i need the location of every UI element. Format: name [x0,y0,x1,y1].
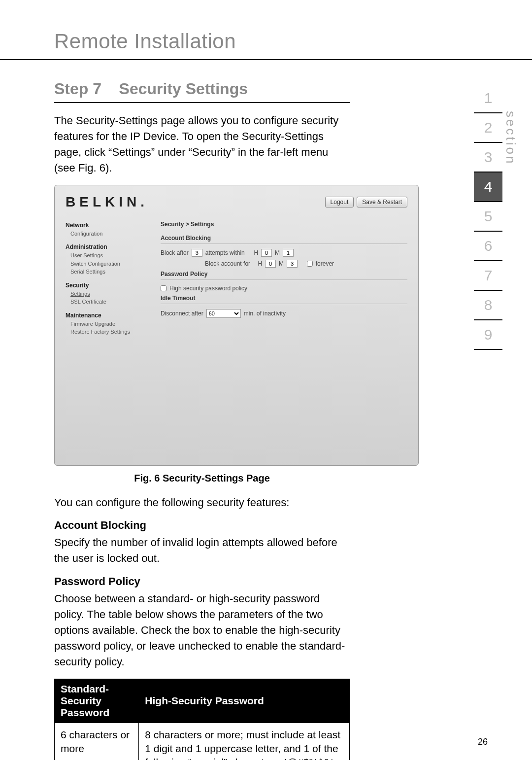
section-item-3[interactable]: 3 [474,143,502,173]
step-title: Security Settings [119,80,248,98]
high-security-checkbox[interactable] [161,285,166,291]
sidebar-item-settings[interactable]: Settings [66,290,147,298]
belkin-logo: BELKIN. [66,194,148,210]
forever-checkbox[interactable] [307,261,313,267]
save-restart-button[interactable]: Save & Restart [357,197,407,207]
sidebar-item-configuration[interactable]: Configuration [66,230,147,238]
block-after-input[interactable] [192,249,202,257]
block-after-label: Block after [161,249,189,256]
section-item-6[interactable]: 6 [474,232,502,261]
section-item-7[interactable]: 7 [474,261,502,291]
section-item-2[interactable]: 2 [474,113,502,143]
high-security-label: High security password policy [169,285,247,292]
sidebar-item-restore[interactable]: Restore Factory Settings [66,328,147,336]
section-label: section [503,111,518,165]
h2-input[interactable] [265,260,276,268]
cell-high-1: 8 characters or more; must include at le… [139,723,350,760]
sidebar-group-security: Security [66,281,147,290]
h-label: H [254,249,258,256]
lead-out-text: You can configure the following security… [54,495,350,511]
page-title: Remote Installation [54,30,478,53]
section-item-5[interactable]: 5 [474,202,502,232]
step-heading: Step 7 Security Settings [54,80,350,103]
cell-std-1: 6 characters or more [55,723,139,760]
section-nav: 1 2 3 4 5 6 7 8 9 [474,84,502,350]
timeout-suffix: min. of inactivity [244,310,286,317]
password-policy-subhead: Password Policy [54,575,350,588]
h-input[interactable] [261,249,272,257]
forever-label: forever [316,260,334,267]
intro-paragraph: The Security-Settings page allows you to… [54,113,350,176]
sidebar-item-switch-config[interactable]: Switch Configuration [66,260,147,268]
main-content: Step 7 Security Settings The Security-Se… [0,80,404,760]
section-item-9[interactable]: 9 [474,320,502,350]
th-high: High-Security Password [139,679,350,723]
sidebar-item-firmware[interactable]: Firmware Upgrade [66,320,147,328]
page-header: Remote Installation [0,0,532,60]
sidebar-item-ssl[interactable]: SSL Certificate [66,298,147,306]
account-blocking-heading: Account Blocking [161,235,407,244]
sidebar-group-administration: Administration [66,242,147,251]
m2-input[interactable] [287,260,298,268]
belkin-ui-screenshot: BELKIN. Logout Save & Restart Network Co… [54,185,419,466]
account-blocking-text: Specify the number of invalid login atte… [54,535,350,566]
sidebar-item-serial-settings[interactable]: Serial Settings [66,268,147,276]
idle-timeout-heading: Idle Timeout [161,295,407,304]
password-policy-text: Choose between a standard- or high-secur… [54,591,350,669]
th-standard: Standard-Security Password [55,679,139,723]
m-input[interactable] [283,249,294,257]
h2-label: H [258,260,262,267]
disconnect-label: Disconnect after [161,310,203,317]
m-label: M [275,249,280,256]
sidebar-item-user-settings[interactable]: User Settings [66,251,147,260]
sidebar-group-maintenance: Maintenance [66,311,147,320]
table-row: 6 characters or more 8 characters or mor… [55,723,350,760]
sidebar: Network Configuration Administration Use… [66,221,147,341]
logout-button[interactable]: Logout [325,197,354,207]
section-item-8[interactable]: 8 [474,291,502,320]
page-number: 26 [478,737,488,747]
figure-caption: Fig. 6 Security-Settings Page [54,473,350,484]
block-for-label: Block account for [205,260,250,267]
password-policy-heading: Password Policy [161,271,407,280]
password-policy-table: Standard-Security Password High-Security… [54,679,350,760]
step-prefix: Step 7 [54,80,101,98]
account-blocking-subhead: Account Blocking [54,519,350,532]
ui-main-panel: Security > Settings Account Blocking Blo… [161,221,407,341]
sidebar-group-network: Network [66,221,147,230]
attempts-label: attempts within [205,249,245,256]
breadcrumb: Security > Settings [161,221,407,228]
section-item-4[interactable]: 4 [474,173,502,202]
figure: BELKIN. Logout Save & Restart Network Co… [54,185,350,484]
timeout-select[interactable]: 60 [206,309,241,318]
table-header-row: Standard-Security Password High-Security… [55,679,350,723]
m2-label: M [279,260,284,267]
section-item-1[interactable]: 1 [474,84,502,113]
